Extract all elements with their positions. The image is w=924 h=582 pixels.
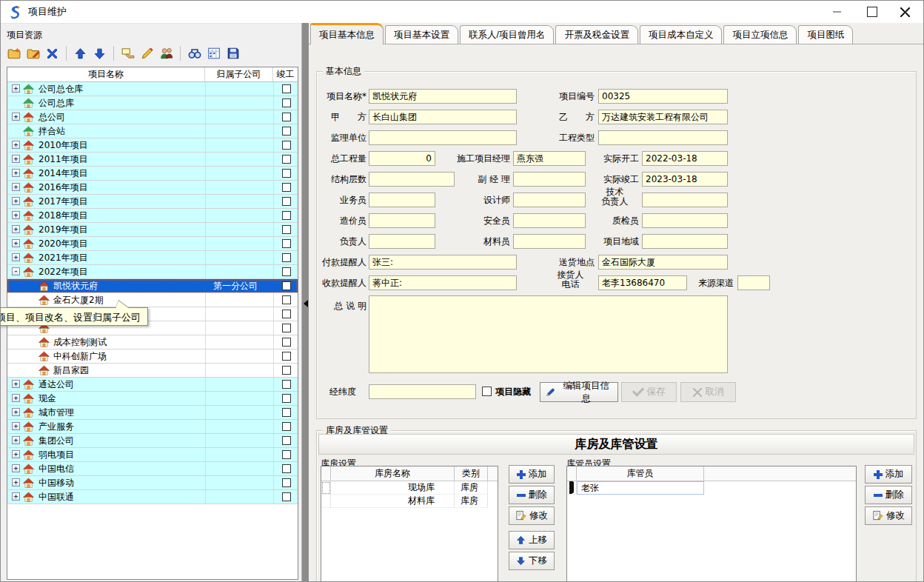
receiver-phone-input[interactable]: 老李13686470: [598, 275, 687, 290]
completed-checkbox[interactable]: [282, 310, 291, 318]
collapse-left-icon[interactable]: [304, 300, 308, 307]
designer-input[interactable]: [513, 193, 586, 207]
search-binoculars-icon[interactable]: [187, 47, 201, 61]
safety-officer-input[interactable]: [513, 213, 586, 228]
room-name-cell[interactable]: 材料库: [331, 495, 455, 508]
construction-manager-input[interactable]: 燕东强: [513, 151, 586, 166]
warehouse-action-button[interactable]: 添加: [865, 465, 912, 484]
completed-checkbox[interactable]: [282, 380, 291, 389]
general-note-textarea[interactable]: [369, 295, 728, 373]
warehouse-action-button[interactable]: 删除: [865, 486, 912, 504]
column-header-room-name[interactable]: 库房名称: [331, 466, 455, 481]
expand-toggle-icon[interactable]: [12, 197, 20, 205]
tree-row[interactable]: 2018年项目: [7, 209, 298, 223]
cost-estimator-input[interactable]: [369, 213, 435, 228]
move-down-icon[interactable]: [93, 47, 107, 61]
project-users-icon[interactable]: [159, 47, 173, 61]
completed-checkbox[interactable]: [282, 464, 291, 473]
completed-checkbox[interactable]: [282, 253, 291, 262]
edit-pencil-icon[interactable]: [140, 47, 154, 61]
warehouse-action-button[interactable]: 下移: [509, 552, 555, 570]
tree-row[interactable]: 中国移动: [7, 476, 298, 490]
tree-row[interactable]: 2011年项目: [7, 153, 298, 167]
room-type-cell[interactable]: 库房: [455, 481, 488, 495]
completed-checkbox[interactable]: [282, 450, 291, 459]
room-type-cell[interactable]: 库房: [455, 495, 488, 508]
latlng-input[interactable]: [369, 384, 476, 399]
delivery-place-input[interactable]: 金石国际大厦: [598, 255, 728, 270]
expand-toggle-icon[interactable]: [12, 253, 20, 261]
completed-checkbox[interactable]: [282, 239, 291, 248]
project-no-input[interactable]: 00325: [598, 89, 728, 104]
close-icon[interactable]: [892, 1, 917, 23]
receipt-reminder-input[interactable]: 蒋中正:: [369, 275, 517, 290]
tree-row[interactable]: 成本控制测试: [7, 335, 298, 349]
assign-project-icon[interactable]: [121, 47, 135, 61]
tree-row[interactable]: 2010年项目: [7, 138, 298, 153]
completed-checkbox[interactable]: [282, 267, 291, 276]
project-region-input[interactable]: [642, 234, 728, 249]
tree-row[interactable]: 公司总仓库: [7, 82, 298, 96]
actual-finish-input[interactable]: 2023-03-18: [642, 172, 728, 187]
completed-checkbox[interactable]: [282, 98, 291, 107]
completed-checkbox[interactable]: [282, 183, 291, 192]
tab[interactable]: 联系人/项目曾用名: [460, 25, 554, 44]
expand-toggle-icon[interactable]: [12, 113, 20, 121]
table-row[interactable]: 老张: [567, 481, 856, 495]
source-channel-input[interactable]: [737, 275, 770, 290]
tree-row[interactable]: 产业服务: [7, 420, 298, 434]
completed-checkbox[interactable]: [282, 324, 291, 332]
tree-row[interactable]: 集团公司: [7, 434, 298, 448]
expand-toggle-icon[interactable]: [12, 84, 20, 93]
tree-row[interactable]: 公司总库: [7, 96, 298, 110]
save-floppy-icon[interactable]: [226, 47, 240, 61]
move-up-icon[interactable]: [73, 47, 87, 61]
principal-input[interactable]: [369, 234, 435, 249]
tree-row[interactable]: 2014年项目: [7, 167, 298, 181]
expand-toggle-icon[interactable]: [12, 478, 20, 486]
expand-toggle-icon[interactable]: [12, 394, 20, 402]
completed-checkbox[interactable]: [282, 394, 291, 403]
payment-reminder-input[interactable]: 张三:: [369, 255, 517, 270]
completed-checkbox[interactable]: [282, 478, 291, 487]
completed-checkbox[interactable]: [282, 197, 291, 206]
column-header-subsidiary[interactable]: 归属子公司: [205, 67, 273, 81]
minimize-icon[interactable]: [824, 1, 849, 23]
tree-row[interactable]: 金石大厦2期: [7, 293, 298, 307]
completed-checkbox[interactable]: [282, 352, 291, 361]
hide-project-checkbox[interactable]: [482, 387, 492, 396]
actual-start-input[interactable]: 2022-03-18: [642, 151, 728, 166]
completed-checkbox[interactable]: [282, 211, 291, 220]
completed-checkbox[interactable]: [282, 408, 291, 417]
warehouse-action-button[interactable]: 删除: [509, 486, 555, 504]
warehouse-action-button[interactable]: 上移: [509, 531, 555, 549]
warehouse-action-button[interactable]: 修改: [509, 506, 555, 525]
quality-inspector-input[interactable]: [642, 213, 728, 228]
column-header-completed[interactable]: 竣工: [273, 67, 298, 81]
expand-toggle-icon[interactable]: [12, 492, 20, 501]
completed-checkbox[interactable]: [282, 113, 291, 121]
tree-row[interactable]: 凯悦状元府 第一分公司: [7, 279, 298, 293]
tree-row[interactable]: 2019年项目: [7, 223, 298, 237]
room-name-cell[interactable]: 现场库: [331, 481, 455, 495]
tree-row[interactable]: 中国电信: [7, 462, 298, 476]
expand-toggle-icon[interactable]: [12, 408, 20, 416]
completed-checkbox[interactable]: [282, 338, 291, 347]
tree-row[interactable]: 弱电项目: [7, 448, 298, 462]
tab[interactable]: 项目基本信息: [310, 23, 384, 44]
column-header-project-name[interactable]: 项目名称: [7, 67, 205, 81]
tree-row[interactable]: 城市管理: [7, 406, 298, 420]
column-header-room-type[interactable]: 类别: [455, 466, 488, 481]
tab[interactable]: 项目成本自定义: [640, 25, 723, 44]
completed-checkbox[interactable]: [282, 436, 291, 445]
tab[interactable]: 项目立项信息: [723, 25, 797, 44]
project-type-input[interactable]: [598, 130, 728, 145]
tree-row[interactable]: 通达公司: [7, 378, 298, 392]
completed-checkbox[interactable]: [282, 141, 291, 150]
salesman-input[interactable]: [369, 193, 435, 207]
tree-row[interactable]: 2021年项目: [7, 251, 298, 265]
party-b-input[interactable]: 万达建筑安装工程有限公司: [598, 110, 728, 124]
expand-toggle-icon[interactable]: [12, 436, 20, 444]
tree-row[interactable]: 拌合站: [7, 124, 298, 138]
maximize-icon[interactable]: [860, 1, 885, 23]
